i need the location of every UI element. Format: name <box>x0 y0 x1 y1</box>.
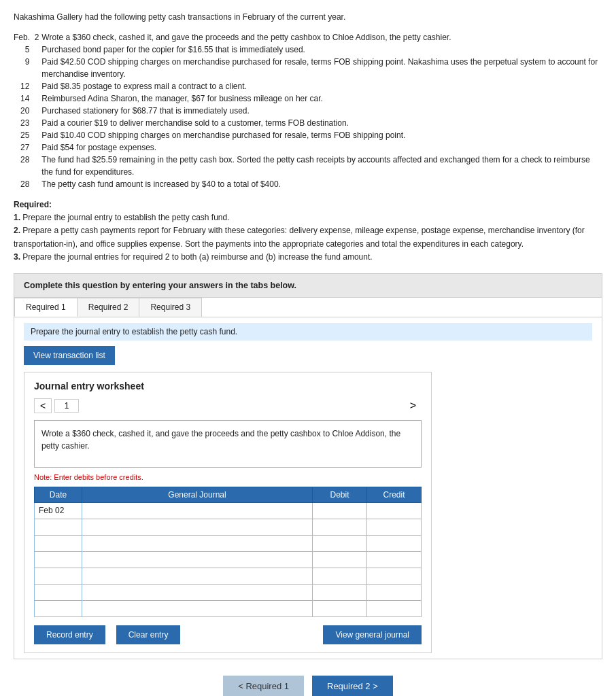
col-header-credit: Credit <box>367 487 422 502</box>
credit-input[interactable] <box>371 555 417 564</box>
debit-input[interactable] <box>317 604 362 613</box>
credit-cell[interactable] <box>367 584 422 600</box>
worksheet-box: Journal entry worksheet < > Wrote a $360… <box>24 372 432 653</box>
list-item: 12Paid $8.35 postage to express mail a c… <box>14 80 602 92</box>
debit-cell[interactable] <box>313 535 367 551</box>
instruction-bar: Prepare the journal entry to establish t… <box>24 323 592 341</box>
required-section: Required: 1. Prepare the journal entry t… <box>14 198 602 264</box>
debit-cell[interactable] <box>313 600 367 616</box>
credit-cell[interactable] <box>367 551 422 568</box>
table-row <box>35 551 422 568</box>
prev-button-label: < Required 1 <box>238 681 289 691</box>
debit-cell[interactable] <box>313 502 367 519</box>
col-header-journal: General Journal <box>82 487 313 502</box>
instruction-text: Prepare the journal entry to establish t… <box>31 327 237 336</box>
journal-input[interactable] <box>86 506 308 515</box>
debit-cell[interactable] <box>313 519 367 535</box>
clear-entry-label: Clear entry <box>129 630 169 640</box>
tab-required2[interactable]: Required 2 <box>77 298 140 317</box>
col-header-date: Date <box>35 487 82 502</box>
note-text: Note: Enter debits before credits. <box>34 473 422 481</box>
credit-input[interactable] <box>371 587 417 597</box>
journal-input[interactable] <box>86 587 308 597</box>
date-cell <box>35 519 82 535</box>
required-label: Required: <box>14 200 52 209</box>
credit-input[interactable] <box>371 522 417 532</box>
list-item: 20Purchased stationery for $68.77 that i… <box>14 105 602 117</box>
journal-input[interactable] <box>86 555 308 564</box>
credit-input[interactable] <box>371 571 417 580</box>
credit-cell[interactable] <box>367 600 422 616</box>
journal-input[interactable] <box>86 522 308 532</box>
credit-cell[interactable] <box>367 535 422 551</box>
list-item: 23Paid a courier $19 to deliver merchand… <box>14 117 602 129</box>
action-row: Record entry Clear entry View general jo… <box>34 625 422 644</box>
record-entry-button[interactable]: Record entry <box>34 625 105 644</box>
debit-input[interactable] <box>317 522 362 532</box>
journal-cell[interactable] <box>82 568 313 584</box>
debit-input[interactable] <box>317 571 362 580</box>
tab-content: Prepare the journal entry to establish t… <box>14 317 602 659</box>
view-general-journal-button[interactable]: View general journal <box>323 625 422 644</box>
journal-cell[interactable] <box>82 584 313 600</box>
debit-input[interactable] <box>317 506 362 515</box>
tab-required2-label: Required 2 <box>88 302 129 312</box>
debit-input[interactable] <box>317 587 362 597</box>
debit-cell[interactable] <box>313 584 367 600</box>
journal-table: Date General Journal Debit Credit Feb 02 <box>34 487 422 617</box>
complete-box: Complete this question by entering your … <box>14 273 602 298</box>
transactions-list: Feb. 2Wrote a $360 check, cashed it, and… <box>14 31 602 190</box>
journal-cell[interactable] <box>82 600 313 616</box>
date-cell <box>35 551 82 568</box>
worksheet-title: Journal entry worksheet <box>34 381 422 392</box>
next-button[interactable]: Required 2 > <box>312 676 393 696</box>
list-item: 27Paid $54 for postage expenses. <box>14 141 602 154</box>
credit-input[interactable] <box>371 506 417 515</box>
table-row <box>35 584 422 600</box>
tab-required1-label: Required 1 <box>26 302 66 312</box>
problem-intro: Nakashima Gallery had the following pett… <box>14 11 602 23</box>
tab-required1[interactable]: Required 1 <box>14 298 78 317</box>
nav-next-button[interactable]: > <box>405 398 422 413</box>
debit-input[interactable] <box>317 538 362 548</box>
table-row: Feb 02 <box>35 502 422 519</box>
nav-row: < > <box>34 398 422 413</box>
clear-entry-button[interactable]: Clear entry <box>116 625 181 644</box>
journal-input[interactable] <box>86 604 308 613</box>
date-cell <box>35 568 82 584</box>
journal-input[interactable] <box>86 571 308 580</box>
debit-input[interactable] <box>317 555 362 564</box>
next-button-label: Required 2 > <box>327 681 378 691</box>
description-text: Wrote a $360 check, cashed it, and gave … <box>41 429 400 451</box>
journal-cell[interactable] <box>82 519 313 535</box>
list-item: 9Paid $42.50 COD shipping charges on mer… <box>14 56 602 80</box>
credit-input[interactable] <box>371 604 417 613</box>
journal-cell[interactable] <box>82 502 313 519</box>
bottom-nav: < Required 1 Required 2 > <box>14 676 602 696</box>
credit-cell[interactable] <box>367 502 422 519</box>
list-item: 28The petty cash fund amount is increase… <box>14 178 602 190</box>
nav-prev-button[interactable]: < <box>34 398 52 413</box>
credit-cell[interactable] <box>367 568 422 584</box>
record-entry-label: Record entry <box>46 630 93 640</box>
table-row <box>35 535 422 551</box>
date-cell <box>35 600 82 616</box>
date-cell: Feb 02 <box>35 502 82 519</box>
page-number-input[interactable] <box>54 399 79 413</box>
debit-cell[interactable] <box>313 568 367 584</box>
credit-cell[interactable] <box>367 519 422 535</box>
list-item: 5Purchased bond paper for the copier for… <box>14 44 602 56</box>
view-transaction-label: View transaction list <box>33 351 105 360</box>
journal-cell[interactable] <box>82 535 313 551</box>
credit-input[interactable] <box>371 538 417 548</box>
journal-cell[interactable] <box>82 551 313 568</box>
journal-input[interactable] <box>86 538 308 548</box>
prev-button[interactable]: < Required 1 <box>223 676 304 696</box>
list-item: 14Reimbursed Adina Sharon, the manager, … <box>14 92 602 105</box>
list-item: 28The fund had $25.59 remaining in the p… <box>14 154 602 178</box>
col-header-debit: Debit <box>313 487 367 502</box>
tab-required3[interactable]: Required 3 <box>139 298 202 317</box>
required-item: 1. Prepare the journal entry to establis… <box>14 211 602 224</box>
view-transaction-button[interactable]: View transaction list <box>24 346 115 365</box>
debit-cell[interactable] <box>313 551 367 568</box>
